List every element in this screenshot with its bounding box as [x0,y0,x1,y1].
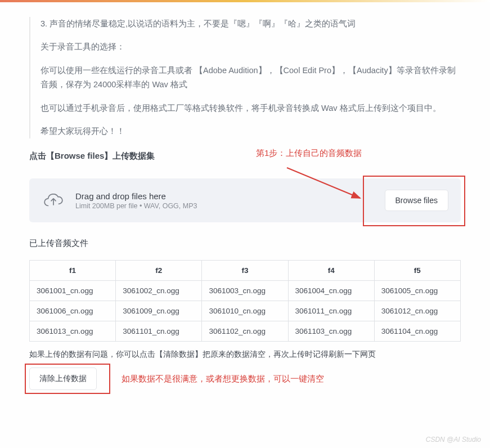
file-cell: 3061102_cn.ogg [202,321,288,342]
file-cell: 3061012_cn.ogg [374,301,460,321]
file-cell: 3061001_cn.ogg [30,281,116,301]
uploaded-files-heading: 已上传音频文件 [29,238,461,249]
top-gradient-bar [0,0,490,2]
instruction-item-3: 3. 声音的情绪尽量稳定,以说话的语料为主，不要是『嗯』『啊』『哈』之类的语气词 [41,17,461,31]
file-cell: 3061002_cn.ogg [116,281,202,301]
table-header-row: f1 f2 f3 f4 f5 [30,261,461,281]
file-cell: 3061104_cn.ogg [374,321,460,342]
clear-hint-text: 如果上传的数据有问题，你可以点击【清除数据】把原来的数据清空，再次上传时记得刷新… [29,350,461,360]
file-cell: 3061010_cn.ogg [202,301,288,321]
browse-files-button[interactable]: Browse files [385,190,448,211]
clear-upload-data-button[interactable]: 清除上传数据 [29,368,97,390]
file-cell: 3061009_cn.ogg [116,301,202,321]
uploader-text: Drag and drop files here Limit 200MB per… [75,191,197,210]
file-cell: 3061011_cn.ogg [288,301,374,321]
table-row: 3061013_cn.ogg 3061101_cn.ogg 3061102_cn… [30,321,461,342]
file-cell: 3061004_cn.ogg [288,281,374,301]
file-cell: 3061103_cn.ogg [288,321,374,342]
col-header: f4 [288,261,374,281]
col-header: f3 [202,261,288,281]
file-cell: 3061006_cn.ogg [30,301,116,321]
main-content: 3. 声音的情绪尽量稳定,以说话的语料为主，不要是『嗯』『啊』『哈』之类的语气词… [0,0,490,401]
instruction-tool-choice: 关于录音工具的选择： [41,40,461,54]
instruction-enjoy: 希望大家玩得开心！！ [41,124,461,138]
upload-section-heading: 点击【Browse files】上传数据集 [29,151,461,162]
file-cell: 3061003_cn.ogg [202,281,288,301]
instruction-tools: 你可以使用一些在线运行的录音工具或者 【Adobe Audition】，【Coo… [41,64,461,92]
table-row: 3061006_cn.ogg 3061009_cn.ogg 3061010_cn… [30,301,461,321]
col-header: f1 [30,261,116,281]
annotation-text-2: 如果数据不是很满意，或者想更换数据，可以一键清空 [122,374,324,384]
file-cell: 3061013_cn.ogg [30,321,116,342]
col-header: f5 [374,261,460,281]
file-cell: 3061005_cn.ogg [374,281,460,301]
file-cell: 3061101_cn.ogg [116,321,202,342]
watermark-text: CSDN @AI Studio [426,436,481,443]
instructions-quote: 3. 声音的情绪尽量稳定,以说话的语料为主，不要是『嗯』『啊』『哈』之类的语气词… [29,17,461,138]
table-row: 3061001_cn.ogg 3061002_cn.ogg 3061003_cn… [30,281,461,301]
col-header: f2 [116,261,202,281]
cloud-upload-icon [42,189,65,212]
uploaded-files-table: f1 f2 f3 f4 f5 3061001_cn.ogg 3061002_cn… [29,260,461,342]
limit-label: Limit 200MB per file • WAV, OGG, MP3 [75,202,197,210]
file-uploader-dropzone[interactable]: Drag and drop files here Limit 200MB per… [29,178,461,222]
instruction-mobile: 也可以通过手机录音后，使用格式工厂等格式转换软件，将手机录音转换成 Wav 格式… [41,101,461,115]
dnd-label: Drag and drop files here [75,191,197,201]
